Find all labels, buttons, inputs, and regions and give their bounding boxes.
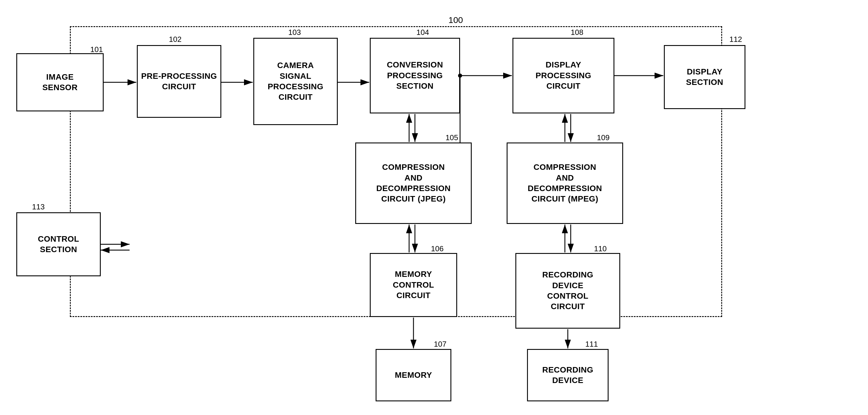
ref-101: 101 (90, 45, 103, 54)
ref-106: 106 (431, 244, 443, 253)
block-memory-control: MEMORY CONTROL CIRCUIT (370, 253, 457, 317)
block-camera-signal-label: CAMERA SIGNAL PROCESSING CIRCUIT (268, 60, 323, 103)
block-display-processing-label: DISPLAY PROCESSING CIRCUIT (535, 60, 591, 91)
ref-112: 112 (730, 35, 742, 44)
block-compression-jpeg: COMPRESSION AND DECOMPRESSION CIRCUIT (J… (355, 142, 472, 224)
ref-109: 109 (597, 133, 610, 142)
block-compression-mpeg: COMPRESSION AND DECOMPRESSION CIRCUIT (M… (507, 142, 623, 224)
block-compression-jpeg-label: COMPRESSION AND DECOMPRESSION CIRCUIT (J… (376, 162, 451, 204)
block-conversion-processing-label: CONVERSION PROCESSING SECTION (387, 60, 443, 91)
block-image-sensor: IMAGE SENSOR (16, 53, 104, 111)
block-pre-processing-label: PRE-PROCESSING CIRCUIT (141, 71, 217, 92)
block-compression-mpeg-label: COMPRESSION AND DECOMPRESSION CIRCUIT (M… (528, 162, 602, 204)
ref-113: 113 (32, 202, 44, 211)
block-display-section-label: DISPLAY SECTION (686, 67, 723, 88)
ref-102: 102 (169, 35, 181, 44)
ref-105: 105 (445, 133, 458, 142)
block-conversion-processing: CONVERSION PROCESSING SECTION (370, 38, 460, 113)
block-memory: MEMORY (376, 349, 451, 401)
block-control-section-label: CONTROL SECTION (38, 234, 79, 255)
block-display-processing: DISPLAY PROCESSING CIRCUIT (513, 38, 614, 113)
ref-107: 107 (434, 340, 446, 349)
block-memory-control-label: MEMORY CONTROL CIRCUIT (393, 269, 434, 301)
ref-110: 110 (594, 244, 607, 253)
block-camera-signal: CAMERA SIGNAL PROCESSING CIRCUIT (253, 38, 338, 125)
block-control-section: CONTROL SECTION (16, 212, 101, 276)
block-recording-device: RECORDING DEVICE (527, 349, 609, 401)
ref-108: 108 (571, 28, 583, 37)
block-recording-device-control-label: RECORDING DEVICE CONTROL CIRCUIT (542, 270, 593, 312)
ref-103: 103 (288, 28, 301, 37)
diagram: 100 IMAGE SENSOR 101 PRE-PROCESSING CIRC… (0, 0, 868, 415)
ref-100: 100 (448, 15, 463, 25)
block-display-section: DISPLAY SECTION (664, 45, 745, 109)
block-memory-label: MEMORY (395, 370, 432, 380)
ref-111: 111 (585, 340, 598, 349)
block-pre-processing: PRE-PROCESSING CIRCUIT (137, 45, 221, 118)
block-image-sensor-label: IMAGE SENSOR (42, 72, 78, 93)
ref-104: 104 (416, 28, 429, 37)
block-recording-device-label: RECORDING DEVICE (542, 365, 593, 386)
block-recording-device-control: RECORDING DEVICE CONTROL CIRCUIT (516, 253, 620, 328)
